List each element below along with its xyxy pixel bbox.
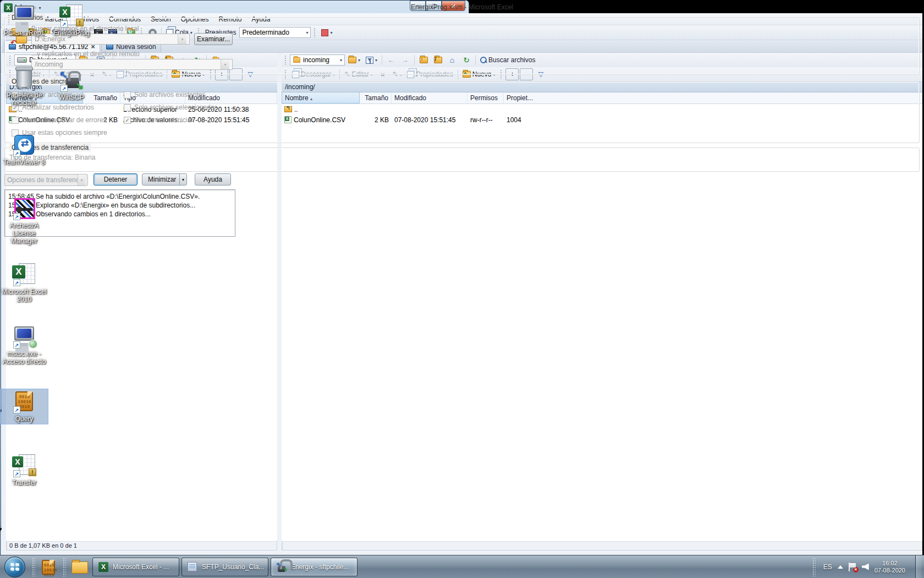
sync-options-group: Opciones de sincronía Eliminar archivos … xyxy=(4,81,920,143)
desktop-icon-label: Query xyxy=(1,415,48,423)
remote-dir-label: ...y replicarlos en el directorio remoto xyxy=(31,50,140,58)
taskbar-grip[interactable] xyxy=(812,558,816,576)
language-indicator[interactable]: ES xyxy=(823,563,832,571)
notepad-icon xyxy=(188,561,199,572)
minimize-dialog-button[interactable]: Minimizar xyxy=(142,173,187,186)
show-hidden-icons-icon[interactable] xyxy=(838,565,843,569)
winscp-icon: ↖↘ xyxy=(277,561,288,572)
excel-macro-file-icon: X! xyxy=(59,4,84,28)
desktop-icon-transfer[interactable]: X! Transfer xyxy=(0,452,48,488)
system-tray: ES ✕ 16:02 07-08-2020 xyxy=(810,555,924,578)
checkbox-solo-seleccionados[interactable]: Solo archivos seleccionados xyxy=(124,103,217,111)
shortcut-arrow-icon xyxy=(13,470,20,477)
desktop-icon-recycle-bin[interactable]: Papelera de reciclaje xyxy=(0,65,48,108)
desktop-icon-archestra[interactable]: ArchestrA License Manager xyxy=(0,195,48,247)
minimize-button[interactable] xyxy=(410,1,426,11)
shortcut-arrow-icon xyxy=(13,406,20,413)
desktop-icon-label: ArchestrA License Manager xyxy=(1,222,48,245)
checkbox-solo-existentes[interactable]: Solo archivos existentes xyxy=(124,91,205,99)
desktop-icon-label: Papelera de reciclaje xyxy=(1,91,48,107)
start-button[interactable] xyxy=(4,557,25,577)
shortcut-arrow-icon xyxy=(13,341,20,348)
shortcut-arrow-icon xyxy=(13,150,20,157)
browse-button[interactable]: Examinar... xyxy=(194,33,233,45)
checkbox-sincronizar-iniciar[interactable]: Sincronizar al iniciar xyxy=(124,116,193,124)
help-button[interactable]: Ayuda xyxy=(195,173,231,186)
clock[interactable]: 16:02 07-08-2020 xyxy=(875,560,905,574)
dropdown-icon xyxy=(221,59,229,69)
checkbox-icon xyxy=(124,117,131,124)
shortcut-arrow-icon xyxy=(61,20,68,28)
excel-macro-file-icon: X! xyxy=(12,454,36,477)
excel-window-controls xyxy=(410,1,465,11)
checkbox-icon xyxy=(124,91,131,99)
desktop-icon-winscp[interactable]: ↖↘ WinSCP xyxy=(47,67,96,103)
action-center-flag-icon[interactable]: ✕ xyxy=(849,563,856,571)
desktop-icon-pc-servrep1[interactable]: PC-ServRep1 xyxy=(0,3,48,39)
transfer-options-button[interactable]: Opciones de transferencia... xyxy=(4,174,88,186)
maximize-button[interactable] xyxy=(426,1,442,11)
pinned-query-icon[interactable] xyxy=(41,559,57,575)
excel-icon: X xyxy=(98,561,109,572)
checkbox-icon xyxy=(12,117,19,124)
desktop-icon-excel-2010[interactable]: X Microsoft Excel 2010 xyxy=(0,261,48,305)
checkbox-icon xyxy=(124,104,131,111)
alert-badge: ✕ xyxy=(853,567,859,572)
taskbar-grip[interactable] xyxy=(32,558,35,576)
desktop-icon-label: mstsc.exe - Acceso directo xyxy=(1,350,48,366)
desktop-icon-label: TeamViewer 8 xyxy=(1,159,48,166)
taskbar-grip[interactable] xyxy=(63,558,66,576)
close-button[interactable] xyxy=(442,1,465,11)
desktop-icon-teamviewer[interactable]: TeamViewer 8 xyxy=(0,132,48,168)
desktop-icon-label: Transfer xyxy=(1,479,48,487)
winscp-lock-icon: ↖↘ xyxy=(59,69,84,92)
stop-button[interactable]: Detener xyxy=(94,173,138,186)
desktop-icon-label: Microsoft Excel 2010 xyxy=(1,288,48,303)
taskbar-button-excel[interactable]: X Microsoft Excel - ... xyxy=(92,558,179,576)
taskbar: X Microsoft Excel - ... SFTP_Usuario_Cla… xyxy=(0,555,924,578)
minimize-dropdown-icon[interactable] xyxy=(179,174,186,185)
desktop-icon-query[interactable]: Query xyxy=(0,389,48,424)
checkbox-continuar-errores[interactable]: Continuar a pesar de errores xyxy=(12,116,106,124)
directories-group: Directorios ↷↶ Buscar cambios en el dire… xyxy=(4,18,920,75)
query-document-icon xyxy=(12,390,36,413)
excel-icon: X xyxy=(12,263,36,286)
recycle-bin-icon xyxy=(12,67,36,90)
taskbar-button-notepad[interactable]: SFTP_Usuario_Cla... xyxy=(182,558,268,576)
show-desktop-button[interactable] xyxy=(915,555,922,578)
taskbar-button-winscp[interactable]: ↖↘ Energix - sftpchile... xyxy=(271,558,358,576)
tray-date: 07-08-2020 xyxy=(875,567,905,574)
desktop-icon-label: PC-ServRep1 xyxy=(1,29,48,37)
desktop-icon-label: WinSCP xyxy=(48,94,95,101)
tray-time: 16:02 xyxy=(875,560,905,567)
shortcut-arrow-icon xyxy=(13,213,20,220)
desktop-icon-energixprog[interactable]: X! EnergixProg xyxy=(47,3,96,39)
volume-icon[interactable] xyxy=(862,564,869,570)
desktop-icon-label: EnergixProg xyxy=(48,29,95,37)
shortcut-arrow-icon xyxy=(61,85,68,92)
pinned-explorer-icon[interactable] xyxy=(72,559,88,575)
archestra-icon xyxy=(12,197,36,220)
desktop: { "desktop": { "icons": [ {"label": "PC-… xyxy=(0,0,924,578)
computer-icon xyxy=(12,4,36,28)
desktop-icon-mstsc[interactable]: mstsc.exe - Acceso directo xyxy=(0,324,48,367)
transfer-options-group: Opciones de transferencia Tipo de transf… xyxy=(4,148,920,172)
dropdown-icon xyxy=(78,175,85,186)
local-panel-status: 0 B de 1,07 KB en 0 de 1 xyxy=(6,541,277,550)
windows-logo-icon xyxy=(10,563,19,571)
dropdown-icon xyxy=(178,34,186,44)
teamviewer-icon xyxy=(12,134,36,157)
remote-desktop-icon xyxy=(12,325,36,348)
remote-panel-status xyxy=(282,541,922,550)
shortcut-arrow-icon xyxy=(13,279,20,286)
